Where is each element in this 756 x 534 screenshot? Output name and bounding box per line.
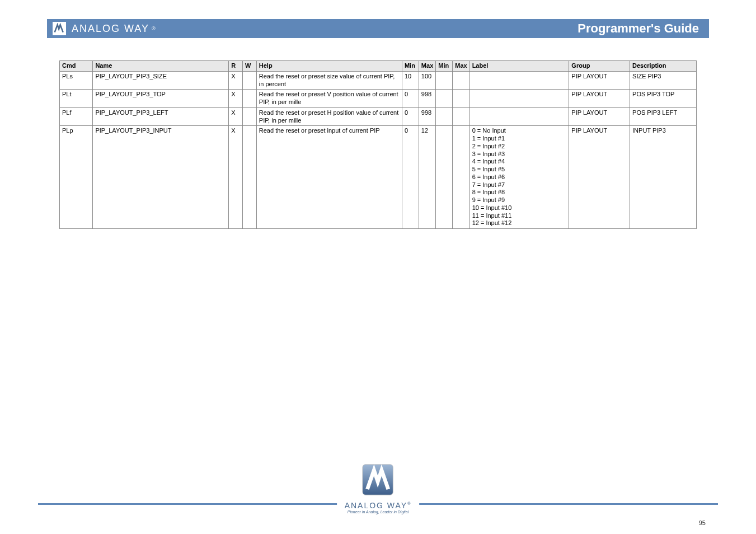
cell-group: PIP LAYOUT (569, 126, 630, 229)
table-row: PLt PIP_LAYOUT_PIP3_TOP X Read the reset… (60, 90, 697, 108)
th-min: Min (402, 61, 419, 72)
cell-desc: SIZE PIP3 (630, 71, 697, 90)
cell-cmd: PLs (60, 71, 93, 90)
th-r: R (229, 61, 243, 72)
table-row: PLf PIP_LAYOUT_PIP3_LEFT X Read the rese… (60, 107, 697, 126)
cell-w (242, 126, 256, 229)
th-min2: Min (436, 61, 453, 72)
cell-min: 0 (402, 90, 419, 108)
th-name: Name (93, 61, 229, 72)
th-label: Label (469, 61, 569, 72)
cell-help: Read the reset or preset V position valu… (256, 90, 402, 108)
th-help: Help (256, 61, 402, 72)
cell-min2 (436, 107, 453, 126)
cell-min2 (436, 90, 453, 108)
footer-logo: ANALOG WAY® Pioneer in Analog, Leader in… (337, 461, 420, 514)
command-table: Cmd Name R W Help Min Max Min Max Label … (59, 60, 697, 229)
cell-label (469, 90, 569, 108)
page-number: 95 (699, 519, 706, 526)
brand-logo-icon (53, 22, 66, 35)
cell-max: 998 (419, 90, 435, 108)
cell-desc: INPUT PIP3 (630, 126, 697, 229)
table-row: PLp PIP_LAYOUT_PIP3_INPUT X Read the res… (60, 126, 697, 229)
cell-name: PIP_LAYOUT_PIP3_INPUT (93, 126, 229, 229)
th-max: Max (419, 61, 435, 72)
cell-max2 (453, 126, 469, 229)
cell-w (242, 90, 256, 108)
th-group: Group (569, 61, 630, 72)
footer-brand-reg: ® (407, 502, 411, 505)
cell-r: X (229, 107, 243, 126)
brand-text: ANALOG WAY (72, 23, 149, 35)
cell-max2 (453, 71, 469, 90)
cell-w (242, 107, 256, 126)
cell-min2 (436, 126, 453, 229)
cell-cmd: PLp (60, 126, 93, 229)
cell-group: PIP LAYOUT (569, 90, 630, 108)
table-row: PLs PIP_LAYOUT_PIP3_SIZE X Read the rese… (60, 71, 697, 90)
cell-label: 0 = No Input 1 = Input #1 2 = Input #2 3… (469, 126, 569, 229)
cell-group: PIP LAYOUT (569, 71, 630, 90)
cell-group: PIP LAYOUT (569, 107, 630, 126)
cell-w (242, 71, 256, 90)
th-desc: Description (630, 61, 697, 72)
cell-min2 (436, 71, 453, 90)
footer-logo-icon (359, 461, 397, 499)
th-max2: Max (453, 61, 469, 72)
cell-cmd: PLf (60, 107, 93, 126)
footer-tagline: Pioneer in Analog, Leader in Digital (345, 510, 412, 514)
th-cmd: Cmd (60, 61, 93, 72)
cell-label (469, 107, 569, 126)
cell-max2 (453, 107, 469, 126)
cell-r: X (229, 71, 243, 90)
cell-help: Read the reset or preset size value of c… (256, 71, 402, 90)
cell-max: 12 (419, 126, 435, 229)
cell-min: 10 (402, 71, 419, 90)
footer-brand-text: ANALOG WAY (345, 501, 408, 510)
cell-cmd: PLt (60, 90, 93, 108)
cell-desc: POS PIP3 LEFT (630, 107, 697, 126)
cell-name: PIP_LAYOUT_PIP3_TOP (93, 90, 229, 108)
cell-min: 0 (402, 107, 419, 126)
cell-max2 (453, 90, 469, 108)
cell-r: X (229, 90, 243, 108)
cell-max: 998 (419, 107, 435, 126)
cell-min: 0 (402, 126, 419, 229)
cell-label (469, 71, 569, 90)
th-w: W (242, 61, 256, 72)
cell-max: 100 (419, 71, 435, 90)
page-title: Programmer's Guide (577, 21, 699, 36)
brand-reg-icon: ® (152, 26, 156, 31)
cell-help: Read the reset or preset input of curren… (256, 126, 402, 229)
cell-name: PIP_LAYOUT_PIP3_LEFT (93, 107, 229, 126)
cell-help: Read the reset or preset H position valu… (256, 107, 402, 126)
cell-name: PIP_LAYOUT_PIP3_SIZE (93, 71, 229, 90)
cell-desc: POS PIP3 TOP (630, 90, 697, 108)
cell-r: X (229, 126, 243, 229)
table-header-row: Cmd Name R W Help Min Max Min Max Label … (60, 61, 697, 72)
